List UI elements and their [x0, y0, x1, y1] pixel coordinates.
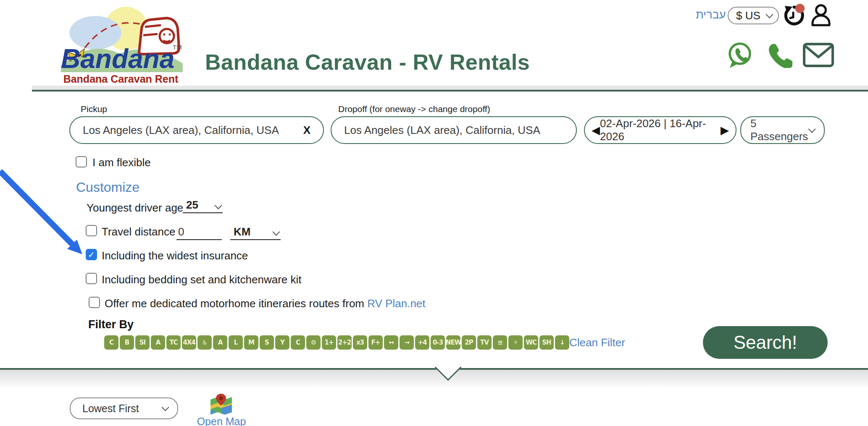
chevron-down-icon	[765, 10, 773, 18]
travel-distance-input[interactable]: 0	[176, 223, 222, 240]
email-icon	[802, 42, 834, 68]
distance-unit-value: KM	[234, 225, 250, 238]
filter-icon-sleeps-2plus2[interactable]: 2+2	[337, 335, 352, 350]
filter-icon-automatic-transmission[interactable]: A	[213, 335, 227, 350]
date-range-picker[interactable]: ◀ 02-Apr-2026 | 16-Apr-2026 ▶	[584, 116, 736, 144]
passengers-value: 5 Passengers	[750, 117, 809, 143]
page: Bandana TM Bandana Caravan Rent Bandana …	[0, 0, 868, 426]
dropoff-value: Los Angeles (LAX area), California, USA	[344, 124, 540, 137]
date-next-icon[interactable]: ▶	[721, 125, 729, 136]
flexible-checkbox[interactable]	[76, 156, 87, 167]
dropoff-input[interactable]: Los Angeles (LAX area), California, USA	[331, 116, 577, 144]
flexible-label: I am flexible	[92, 156, 151, 169]
driver-age-label: Youngest driver age	[87, 201, 183, 214]
bedding-label: Including bedding set and kitchenware ki…	[102, 273, 302, 286]
filter-icon-wc[interactable]: WC	[524, 335, 538, 350]
filter-icon-wheelchair-accessible[interactable]: ♿	[197, 335, 212, 350]
phone-icon	[767, 43, 792, 68]
filter-icon-year-filter[interactable]: Y	[275, 335, 289, 350]
filter-icon-large-rv[interactable]: L	[229, 335, 243, 350]
filter-icon-class-c[interactable]: C	[104, 335, 118, 350]
open-map-button[interactable]	[209, 393, 233, 416]
filter-icon-family-friendly[interactable]: F+	[368, 335, 383, 350]
header-divider-strip	[32, 86, 868, 90]
itineraries-checkbox[interactable]	[89, 297, 100, 308]
filter-icon-sleeps-x3[interactable]: x3	[353, 335, 367, 350]
history-icon	[781, 3, 806, 28]
filter-icon-shower[interactable]: SH	[539, 335, 554, 350]
currency-value: $ US	[736, 9, 760, 22]
driver-age-select[interactable]: 25	[183, 198, 223, 213]
chevron-down-icon	[161, 403, 169, 411]
filter-icon-engine[interactable]: ⚙	[306, 335, 321, 350]
map-icon	[209, 393, 233, 416]
customize-link[interactable]: Customize	[76, 180, 139, 195]
logo-art-icon: Bandana TM	[57, 3, 185, 72]
language-switch-link[interactable]: עברית	[696, 8, 726, 21]
dropoff-label: Dropoff (for oneway -> change dropoff)	[338, 104, 490, 114]
filter-icon-plus-4-seats[interactable]: +4	[415, 335, 429, 350]
separator-band	[0, 369, 868, 388]
checkmark-icon: ✓	[88, 250, 95, 260]
sort-order-select[interactable]: Lowest First	[70, 397, 178, 419]
separator-line	[0, 368, 868, 370]
filter-icon-two-travelers[interactable]: 2P	[462, 335, 476, 350]
date-range-value: 02-Apr-2026 | 16-Apr-2026	[600, 117, 721, 143]
travel-distance-checkbox[interactable]	[86, 225, 97, 236]
pickup-value: Los Angeles (LAX area), California, USA	[83, 124, 279, 137]
distance-unit-select[interactable]: KM	[230, 223, 281, 240]
chevron-down-icon	[808, 125, 815, 133]
chevron-down-icon	[214, 201, 222, 209]
clean-filter-link[interactable]: Clean Filter	[569, 336, 625, 349]
logo-subtitle: Bandana Caravan Rent	[57, 73, 185, 85]
logo-brand-text: Bandana	[61, 44, 174, 72]
filter-icon-class-b[interactable]: B	[120, 335, 134, 350]
history-button[interactable]	[781, 3, 806, 28]
filter-icon-class-tc[interactable]: TC	[166, 335, 181, 350]
itineraries-label-text: Offer me dedicated motorhome itineraries…	[105, 297, 364, 310]
page-title: Bandana Caravan - RV Rentals	[205, 50, 530, 75]
filter-icon-one-way-rv[interactable]: →	[400, 335, 414, 350]
filter-icon-4x4[interactable]: 4X4	[182, 335, 196, 350]
travel-distance-value: 0	[178, 225, 184, 238]
phone-button[interactable]	[767, 43, 792, 68]
logo-tm-text: TM	[173, 44, 182, 51]
filter-icon-extra-driver[interactable]: 1+	[322, 335, 336, 350]
filter-icon-vehicle-width[interactable]: ↔	[384, 335, 398, 350]
site-logo[interactable]: Bandana TM Bandana Caravan Rent	[57, 3, 185, 85]
filter-icon-new-vehicle[interactable]: NEW	[446, 335, 460, 350]
whatsapp-icon	[727, 42, 753, 69]
filter-icon-compact-filter[interactable]: C	[291, 335, 305, 350]
open-map-label[interactable]: Open Map	[190, 416, 253, 426]
filter-icon-class-a[interactable]: A	[151, 335, 165, 350]
sort-order-value: Lowest First	[82, 402, 139, 415]
pickup-input[interactable]: Los Angeles (LAX area), California, USA …	[69, 116, 324, 144]
date-prev-icon[interactable]: ◀	[592, 125, 600, 136]
filter-icon-class-si[interactable]: SI	[135, 335, 150, 350]
rv-plan-link[interactable]: RV Plan.net	[367, 297, 425, 310]
filter-icon-tv[interactable]: TV	[477, 335, 492, 350]
user-icon	[810, 3, 832, 27]
passengers-select[interactable]: 5 Passengers	[740, 116, 825, 144]
filter-icon-bed[interactable]: ≡	[493, 335, 507, 350]
pickup-label: Pickup	[81, 104, 107, 114]
insurance-label: Including the widest insurance	[102, 249, 248, 262]
filter-icon-small-rv[interactable]: S	[260, 335, 274, 350]
driver-age-value: 25	[186, 199, 198, 212]
whatsapp-button[interactable]	[727, 42, 753, 69]
bedding-checkbox[interactable]	[86, 273, 97, 284]
clear-pickup-button[interactable]: X	[303, 124, 310, 137]
filter-icon-baby-seat-0-3[interactable]: 0-3	[431, 335, 445, 350]
itineraries-label: Offer me dedicated motorhome itineraries…	[105, 297, 426, 310]
account-button[interactable]	[810, 3, 832, 27]
header-divider-line	[32, 90, 868, 91]
currency-select[interactable]: $ US	[728, 7, 779, 24]
filter-icon-rv-dropoff[interactable]: ↓	[555, 335, 569, 350]
filter-icon-power[interactable]: ⚡	[508, 335, 523, 350]
email-button[interactable]	[802, 42, 834, 68]
travel-distance-label: Travel distance	[102, 225, 175, 238]
insurance-checkbox[interactable]: ✓	[86, 249, 97, 260]
filter-icon-medium-rv[interactable]: M	[244, 335, 258, 350]
search-button[interactable]: Search!	[703, 326, 828, 359]
filter-icons-row: CBSIATC4X4♿ALMSYC⚙1+2+2x3F+↔→+40-3NEW2PT…	[104, 335, 569, 350]
